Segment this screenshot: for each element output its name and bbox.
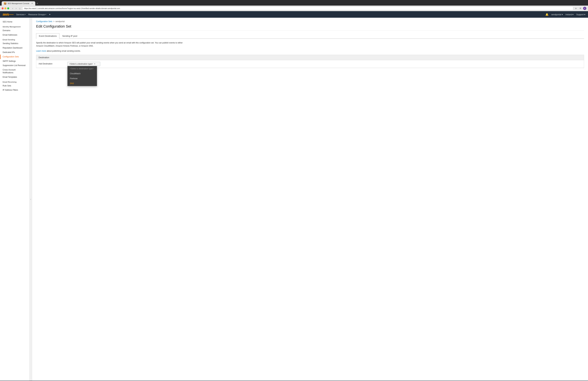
destination-table: Destination Add Destination <Select a de… (36, 55, 584, 68)
aws-logo[interactable]: aws (3, 12, 14, 17)
extensions-button[interactable]: » (574, 7, 578, 10)
sidebar-item-domains[interactable]: Domains (0, 28, 29, 33)
tabs-container: Event Destinations Sending IP pool (36, 33, 584, 39)
main-content: Configuration Sets > sendportal Edit Con… (32, 18, 588, 381)
sidebar-item-reputation-dashboard[interactable]: Reputation Dashboard (0, 46, 29, 50)
sidebar-section-email-receiving: Email Receiving (0, 79, 29, 84)
account-menu[interactable]: sendportal ▾ (551, 13, 563, 16)
new-tab-button[interactable]: + (35, 1, 39, 6)
star-icon: ✦ (49, 13, 51, 16)
sidebar-item-ses-home[interactable]: SES Home (0, 20, 29, 24)
back-button[interactable]: ‹ (11, 7, 14, 10)
account-caret: ▾ (562, 13, 563, 16)
dropdown-item-sns[interactable]: SNS (68, 81, 97, 86)
services-caret: ▾ (25, 14, 26, 15)
services-nav-item[interactable]: Services ▾ (16, 13, 26, 16)
learn-more-link[interactable]: Learn more (36, 50, 46, 52)
destination-type-select[interactable]: <Select a destination type> ▾ (67, 62, 100, 66)
sidebar-section-email-sending: Email Sending (0, 37, 29, 41)
browser-chrome: 📦 SES Management Console ✕ + (0, 0, 588, 6)
active-tab[interactable]: 📦 SES Management Console ✕ (2, 1, 35, 6)
browser-profile-icon[interactable]: P (583, 7, 586, 10)
close-window-button[interactable] (2, 7, 4, 9)
sidebar-item-smtp-settings[interactable]: SMTP Settings (0, 59, 29, 63)
destination-section-header: Destination (36, 55, 584, 60)
browser-menu-button[interactable]: ≡ (579, 7, 582, 10)
select-caret-icon: ▾ (94, 63, 95, 65)
sidebar-item-rule-sets[interactable]: Rule Sets (0, 84, 29, 88)
sidebar-item-suppression-list[interactable]: Suppression List Removal (0, 63, 29, 68)
breadcrumb: Configuration Sets > sendportal (36, 20, 584, 23)
forward-button[interactable]: › (15, 7, 17, 10)
add-destination-row: Add Destination <Select a destination ty… (36, 60, 584, 68)
sidebar-item-email-templates[interactable]: Email Templates (0, 75, 29, 79)
breadcrumb-config-sets-link[interactable]: Configuration Sets (36, 20, 52, 23)
tab-event-destinations[interactable]: Event Destinations (36, 33, 59, 39)
tab-favicon: 📦 (4, 2, 6, 5)
sidebar-item-ip-filters[interactable]: IP Address Filters (0, 88, 29, 92)
destination-type-select-wrapper: <Select a destination type> ▾ <Select a … (67, 62, 100, 66)
tab-title: SES Management Console (8, 2, 29, 4)
tab-sending-ip-pool[interactable]: Sending IP pool (59, 33, 80, 39)
event-destinations-description: Specify the destination to which Amazon … (36, 41, 184, 48)
dropdown-item-cloudwatch[interactable]: CloudWatch (68, 71, 97, 76)
traffic-lights (2, 7, 9, 9)
pin-nav-icon[interactable]: ✦ (49, 13, 51, 16)
sidebar-item-email-addresses[interactable]: Email Addresses (0, 33, 29, 37)
sidebar-item-cross-account[interactable]: Cross-Account Notifications (0, 68, 29, 75)
sidebar-item-configuration-sets[interactable]: Configuration Sets (0, 55, 29, 59)
sidebar-collapse-handle[interactable]: ‹ (30, 18, 32, 381)
maximize-window-button[interactable] (7, 7, 9, 9)
minimize-window-button[interactable] (4, 7, 6, 9)
dropdown-item-placeholder[interactable]: <Select a destination type> (68, 66, 97, 71)
add-destination-label: Add Destination (39, 62, 65, 65)
sidebar-item-sending-statistics[interactable]: Sending Statistics (0, 41, 29, 46)
aws-logo-text: aws (3, 12, 9, 17)
browser-tabs: 📦 SES Management Console ✕ + (2, 1, 586, 6)
dropdown-item-firehose[interactable]: Firehose (68, 76, 97, 81)
sidebar-item-dedicated-ips[interactable]: Dedicated IPs (0, 50, 29, 55)
learn-more-text: Learn more about publishing email sendin… (36, 50, 184, 53)
main-layout: SES Home Identity Management Domains Ema… (0, 18, 588, 381)
home-button[interactable]: ⌂ (18, 7, 21, 10)
notifications-bell-icon[interactable]: 🔔 (545, 13, 549, 16)
destination-type-dropdown: <Select a destination type> CloudWatch F… (67, 66, 97, 86)
page-title: Edit Configuration Set (36, 24, 584, 31)
breadcrumb-current: sendportal (55, 20, 65, 23)
support-menu[interactable]: Support ▾ (576, 13, 585, 16)
resource-groups-caret: ▾ (45, 14, 46, 15)
breadcrumb-separator: > (53, 20, 54, 23)
aws-top-nav: aws Services ▾ Resource Groups ▾ ✦ 🔔 sen… (0, 11, 588, 18)
sidebar-section-identity: Identity Management (0, 24, 29, 28)
support-caret: ▾ (584, 13, 585, 16)
browser-controls: ‹ › ⌂ » ≡ P (0, 6, 588, 11)
region-menu[interactable]: Ireland ▾ (566, 13, 574, 16)
address-bar[interactable] (22, 7, 573, 10)
tab-close-button[interactable]: ✕ (31, 2, 33, 5)
collapse-arrow-icon: ‹ (31, 198, 31, 200)
resource-groups-nav-item[interactable]: Resource Groups ▾ (28, 13, 46, 16)
region-caret: ▾ (572, 13, 574, 16)
sidebar: SES Home Identity Management Domains Ema… (0, 18, 30, 381)
